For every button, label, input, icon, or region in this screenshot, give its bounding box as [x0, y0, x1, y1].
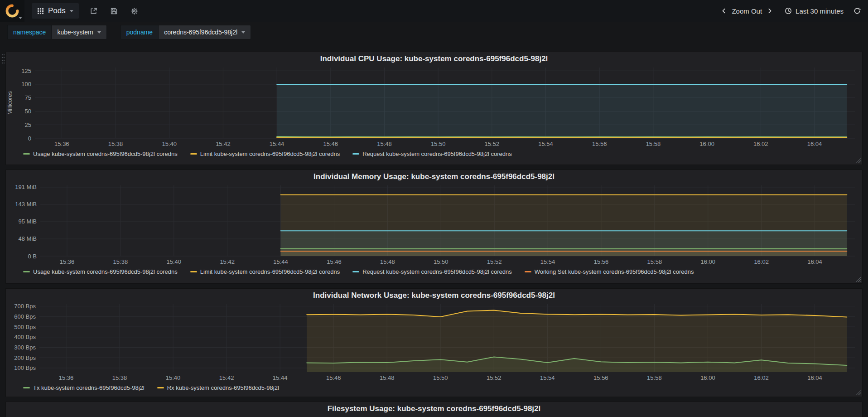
chevron-right-icon	[767, 7, 773, 15]
time-range-picker-button[interactable]: Last 30 minutes	[785, 7, 844, 15]
legend-label: Limit kube-system coredns-695f96dcd5-98j…	[200, 268, 340, 275]
variable-podname: podname coredns-695f96dcd5-98j2l	[121, 25, 251, 39]
series-fills	[281, 195, 847, 256]
panel-resize-handle[interactable]	[856, 277, 861, 282]
x-tick-label: 15:42	[216, 141, 231, 147]
x-tick-label: 15:36	[54, 141, 69, 147]
x-tick-label: 15:52	[487, 258, 502, 265]
y-tick-label: 500 Bps	[14, 324, 36, 330]
chevron-down-icon	[97, 31, 101, 34]
row-drag-handle[interactable]	[1, 53, 5, 65]
y-tick-label: 300 Bps	[14, 344, 36, 351]
x-tick-label: 16:00	[700, 258, 715, 265]
legend-label: Rx kube-system coredns-695f96dcd5-98j2l	[167, 384, 279, 391]
panel-title[interactable]: Individual Network Usage: kube-system co…	[6, 289, 862, 301]
panel-title[interactable]: Filesystem Usage: kube-system coredns-69…	[6, 402, 862, 414]
y-tick-label: 125	[21, 68, 31, 74]
share-dashboard-button[interactable]	[88, 5, 99, 17]
panel-network-usage: Individual Network Usage: kube-system co…	[5, 288, 863, 397]
legend-item[interactable]: Limit kube-system coredns-695f96dcd5-98j…	[190, 268, 340, 275]
legend-swatch	[190, 271, 197, 272]
y-tick-label: 600 Bps	[14, 313, 36, 320]
legend-item[interactable]: Usage kube-system coredns-695f96dcd5-98j…	[23, 268, 178, 275]
legend-swatch	[352, 153, 359, 155]
legend-label: Usage kube-system coredns-695f96dcd5-98j…	[33, 268, 178, 275]
y-tick-label: 143 MiB	[15, 201, 37, 208]
variable-namespace: namespace kube-system	[7, 25, 107, 39]
variable-namespace-dropdown[interactable]: kube-system	[51, 25, 106, 39]
x-tick-label: 15:54	[540, 258, 555, 265]
panel-filesystem-usage: Filesystem Usage: kube-system coredns-69…	[5, 402, 863, 417]
legend-item[interactable]: Request kube-system coredns-695f96dcd5-9…	[352, 268, 512, 275]
legend-item[interactable]: Tx kube-system coredns-695f96dcd5-98j2l	[23, 384, 145, 391]
x-tick-label: 15:46	[323, 141, 338, 147]
chevron-down-icon	[241, 31, 245, 34]
x-tick-label: 15:48	[380, 258, 395, 265]
y-tick-label: 95 MiB	[19, 218, 37, 225]
series-fills	[277, 84, 847, 138]
legend-item[interactable]: Rx kube-system coredns-695f96dcd5-98j2l	[157, 384, 279, 391]
variable-namespace-value: kube-system	[57, 29, 93, 36]
x-tick-label: 15:54	[538, 141, 553, 147]
x-tick-label: 15:40	[166, 258, 181, 265]
x-tick-label: 15:50	[433, 374, 448, 381]
x-tick-label: 15:42	[220, 258, 235, 265]
x-tick-label: 15:44	[270, 141, 285, 147]
x-tick-label: 15:44	[273, 374, 288, 381]
dashboard-picker-caret-icon	[70, 10, 73, 12]
clock-icon	[785, 7, 792, 15]
x-tick-label: 15:36	[60, 258, 75, 265]
time-shift-back-button[interactable]	[719, 5, 729, 16]
x-tick-label: 15:44	[273, 258, 288, 265]
dashboard-panels: Individual CPU Usage: kube-system coredn…	[0, 43, 868, 417]
memory-usage-chart[interactable]: 15:3615:3815:4015:4215:4415:4615:4815:50…	[6, 182, 862, 267]
variable-podname-label: podname	[121, 25, 158, 39]
legend-label: Tx kube-system coredns-695f96dcd5-98j2l	[33, 384, 145, 391]
variable-namespace-label: namespace	[7, 25, 51, 39]
legend-label: Working Set kube-system coredns-695f96dc…	[535, 268, 694, 275]
x-tick-label: 15:56	[592, 141, 607, 147]
legend-item[interactable]: Limit kube-system coredns-695f96dcd5-98j…	[190, 150, 340, 157]
x-tick-label: 15:56	[594, 258, 609, 265]
y-tick-label: 700 Bps	[14, 303, 36, 310]
series-fill	[281, 251, 847, 256]
network-usage-chart[interactable]: 15:3615:3815:4015:4215:4415:4615:4815:50…	[6, 301, 862, 383]
legend-item[interactable]: Request kube-system coredns-695f96dcd5-9…	[352, 150, 512, 157]
dashboard-settings-button[interactable]	[129, 5, 140, 17]
chart-canvas[interactable]: 15:3615:3815:4015:4215:4415:4615:4815:50…	[6, 64, 862, 149]
x-tick-label: 15:42	[219, 374, 234, 381]
refresh-dashboard-button[interactable]	[854, 7, 861, 15]
variable-podname-dropdown[interactable]: coredns-695f96dcd5-98j2l	[158, 25, 251, 39]
chart-canvas[interactable]: 15:3615:3815:4015:4215:4415:4615:4815:50…	[6, 182, 862, 267]
chart-canvas[interactable]: 15:3615:3815:4015:4215:4415:4615:4815:50…	[6, 301, 862, 383]
cpu-usage-chart[interactable]: 15:3615:3815:4015:4215:4415:4615:4815:50…	[6, 64, 862, 149]
grafana-logo[interactable]	[0, 0, 24, 22]
legend-item[interactable]: Usage kube-system coredns-695f96dcd5-98j…	[23, 150, 178, 157]
save-dashboard-button[interactable]	[108, 5, 120, 17]
panel-title[interactable]: Individual Memory Usage: kube-system cor…	[6, 170, 862, 182]
legend-swatch	[157, 387, 164, 388]
legend-swatch	[525, 271, 531, 272]
legend-item[interactable]: Working Set kube-system coredns-695f96dc…	[525, 268, 694, 275]
cpu-usage-legend: Usage kube-system coredns-695f96dcd5-98j…	[6, 149, 862, 157]
brand-caret-icon	[19, 17, 22, 19]
legend-label: Usage kube-system coredns-695f96dcd5-98j…	[33, 150, 178, 157]
x-tick-label: 16:02	[753, 141, 768, 147]
time-shift-forward-button[interactable]	[765, 5, 775, 16]
y-tick-label: 100 Bps	[14, 364, 36, 371]
x-tick-label: 15:40	[162, 141, 177, 147]
x-tick-label: 15:52	[485, 141, 500, 147]
panel-resize-handle[interactable]	[856, 158, 861, 163]
series-line	[277, 136, 847, 137]
dashboard-picker[interactable]: Pods	[32, 3, 79, 19]
grafana-logo-icon	[5, 4, 19, 18]
variables-bar: namespace kube-system podname coredns-69…	[0, 22, 868, 43]
x-tick-label: 15:38	[112, 374, 127, 381]
x-tick-label: 15:56	[593, 374, 608, 381]
time-range-label: Last 30 minutes	[796, 7, 844, 15]
panel-cpu-usage: Individual CPU Usage: kube-system coredn…	[5, 52, 863, 165]
top-navbar: Pods Zoom Out	[0, 0, 868, 22]
zoom-out-button[interactable]: Zoom Out	[729, 5, 765, 17]
x-tick-label: 16:02	[754, 374, 769, 381]
panel-title[interactable]: Individual CPU Usage: kube-system coredn…	[6, 52, 862, 64]
